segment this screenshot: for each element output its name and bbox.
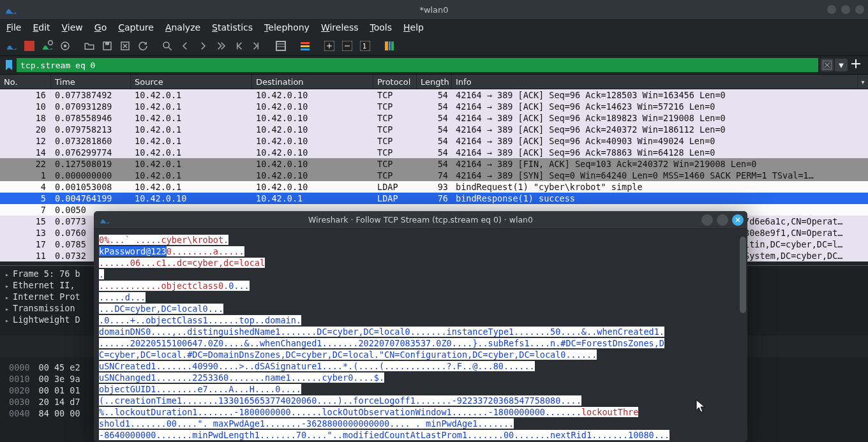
window-title: *wlan0 <box>0 5 868 15</box>
go-back-button[interactable] <box>177 38 193 54</box>
menu-analyze[interactable]: Analyze <box>165 22 200 33</box>
svg-point-3 <box>64 44 67 47</box>
columns-menu-icon[interactable]: ▾ <box>858 78 868 85</box>
open-file-button[interactable] <box>82 38 97 54</box>
go-first-button[interactable] <box>231 38 246 54</box>
dialog-titlebar[interactable]: Wireshark · Follow TCP Stream (tcp.strea… <box>94 211 747 229</box>
table-row[interactable]: 120.07328186010.42.0.110.42.0.10TCP54421… <box>0 135 868 147</box>
menu-tools[interactable]: Tools <box>370 22 393 33</box>
table-row[interactable]: 220.12750801910.42.0.110.42.0.10TCP54421… <box>0 158 868 170</box>
toolbar: 1 <box>0 36 868 56</box>
display-filter-bar: ▾ <box>0 56 868 74</box>
table-row[interactable]: 100.07093128910.42.0.110.42.0.10TCP54421… <box>0 101 868 112</box>
table-row[interactable]: 200.07975821310.42.0.110.42.0.10TCP54421… <box>0 124 868 135</box>
stop-capture-button[interactable] <box>22 38 37 54</box>
dialog-maximize-button[interactable] <box>717 214 728 226</box>
menu-edit[interactable]: Edit <box>33 22 50 33</box>
close-file-button[interactable] <box>117 38 133 54</box>
dialog-close-button[interactable]: ✕ <box>732 214 744 226</box>
svg-line-8 <box>168 47 172 50</box>
window-close-button[interactable] <box>855 5 864 14</box>
menu-file[interactable]: File <box>6 22 21 33</box>
menu-help[interactable]: Help <box>403 22 424 33</box>
dialog-title: Wireshark · Follow TCP Stream (tcp.strea… <box>308 215 533 225</box>
window-maximize-button[interactable] <box>841 5 850 14</box>
interfaces-icon[interactable] <box>4 38 19 54</box>
svg-rect-21 <box>391 41 394 50</box>
svg-rect-0 <box>24 41 34 51</box>
svg-rect-19 <box>385 41 388 50</box>
save-file-button[interactable] <box>100 38 115 54</box>
table-row[interactable]: 40.00105300810.42.0.110.42.0.10LDAP93bin… <box>0 181 868 193</box>
go-last-button[interactable] <box>249 38 264 54</box>
col-no[interactable]: No. <box>0 75 51 89</box>
col-time[interactable]: Time <box>51 75 131 89</box>
follow-tcp-stream-dialog: Wireshark · Follow TCP Stream (tcp.strea… <box>94 211 747 442</box>
window-minimize-button[interactable] <box>827 5 836 14</box>
table-row[interactable]: 160.07738749210.42.0.110.42.0.10TCP54421… <box>0 89 868 101</box>
col-info[interactable]: Info <box>452 75 858 89</box>
dialog-body[interactable]: 0%...` .....cyber\krobot.kPassword@1230.… <box>94 229 747 442</box>
auto-scroll-button[interactable] <box>273 38 288 54</box>
zoom-in-button[interactable] <box>322 38 337 54</box>
menu-view[interactable]: View <box>62 22 83 33</box>
zoom-reset-button[interactable]: 1 <box>357 38 373 54</box>
titlebar: *wlan0 <box>0 0 868 19</box>
svg-text:1: 1 <box>363 43 366 50</box>
display-filter-input[interactable] <box>17 58 818 72</box>
menu-telephony[interactable]: Telephony <box>264 22 310 33</box>
col-source[interactable]: Source <box>131 75 252 89</box>
restart-capture-button[interactable] <box>40 38 55 54</box>
stream-text[interactable]: 0%...` .....cyber\krobot.kPassword@1230.… <box>99 234 742 441</box>
menu-statistics[interactable]: Statistics <box>212 22 253 33</box>
menubar: FileEditViewGoCaptureAnalyzeStatisticsTe… <box>0 19 868 36</box>
dialog-scrollbar[interactable] <box>740 237 746 313</box>
zoom-out-button[interactable] <box>340 38 355 54</box>
filter-add-button[interactable] <box>850 58 864 72</box>
svg-point-1 <box>49 40 53 45</box>
filter-bookmark-icon[interactable] <box>4 60 14 70</box>
col-dest[interactable]: Destination <box>252 75 373 89</box>
col-proto[interactable]: Protocol <box>373 75 417 89</box>
filter-clear-button[interactable] <box>821 59 834 71</box>
table-row[interactable]: 140.07629977410.42.0.110.42.0.10TCP54421… <box>0 147 868 158</box>
filter-expression-button[interactable]: ▾ <box>835 59 848 71</box>
wireshark-logo-icon <box>99 214 110 226</box>
packet-list-header: No. Time Source Destination Protocol Len… <box>0 74 868 89</box>
svg-rect-5 <box>105 42 109 45</box>
svg-rect-20 <box>389 41 391 50</box>
col-length[interactable]: Length <box>417 75 452 89</box>
table-row[interactable]: 180.07855894610.42.0.110.42.0.10TCP54421… <box>0 112 868 124</box>
go-to-packet-button[interactable] <box>213 38 228 54</box>
reload-button[interactable] <box>135 38 151 54</box>
svg-rect-13 <box>301 45 310 47</box>
resize-columns-button[interactable] <box>382 38 397 54</box>
svg-rect-12 <box>301 42 310 44</box>
dialog-minimize-button[interactable] <box>701 214 713 226</box>
capture-options-button[interactable] <box>57 38 73 54</box>
find-packet-button[interactable] <box>160 38 175 54</box>
go-forward-button[interactable] <box>195 38 211 54</box>
svg-point-7 <box>163 42 169 48</box>
svg-rect-9 <box>276 41 285 50</box>
svg-rect-14 <box>301 48 310 50</box>
table-row[interactable]: 10.00000000010.42.0.110.42.0.10TCP744216… <box>0 170 868 181</box>
menu-wireless[interactable]: Wireless <box>321 22 359 33</box>
menu-capture[interactable]: Capture <box>118 22 154 33</box>
table-row[interactable]: 50.00476419910.42.0.1010.42.0.1LDAP76bin… <box>0 193 868 204</box>
colorize-button[interactable] <box>297 38 313 54</box>
menu-go[interactable]: Go <box>94 22 107 33</box>
